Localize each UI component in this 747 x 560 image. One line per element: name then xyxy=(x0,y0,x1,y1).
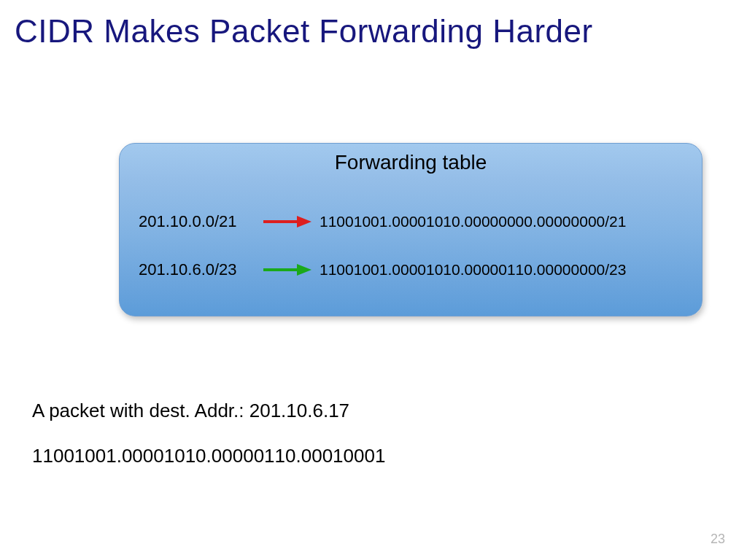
arrow-icon xyxy=(255,262,320,278)
binary-prefix: 11001001.00001010.00000000.00000000/21 xyxy=(320,213,626,230)
packet-dest-label: A packet with dest. Addr.: 201.10.6.17 xyxy=(32,400,349,422)
table-row: 201.10.6.0/23 11001001.00001010.00000110… xyxy=(139,260,626,279)
svg-marker-1 xyxy=(297,216,311,228)
forwarding-table-panel: Forwarding table 201.10.0.0/21 11001001.… xyxy=(119,143,703,316)
packet-dest-binary: 11001001.00001010.00000110.00010001 xyxy=(32,445,385,467)
page-number: 23 xyxy=(711,532,725,547)
arrow-icon xyxy=(255,214,320,230)
table-row: 201.10.0.0/21 11001001.00001010.00000000… xyxy=(139,212,626,231)
svg-marker-3 xyxy=(297,264,311,276)
binary-prefix: 11001001.00001010.00000110.00000000/23 xyxy=(320,261,626,279)
cidr-prefix: 201.10.0.0/21 xyxy=(139,212,255,231)
cidr-prefix: 201.10.6.0/23 xyxy=(139,260,255,279)
panel-heading: Forwarding table xyxy=(120,144,702,174)
slide-title: CIDR Makes Packet Forwarding Harder xyxy=(0,0,747,50)
